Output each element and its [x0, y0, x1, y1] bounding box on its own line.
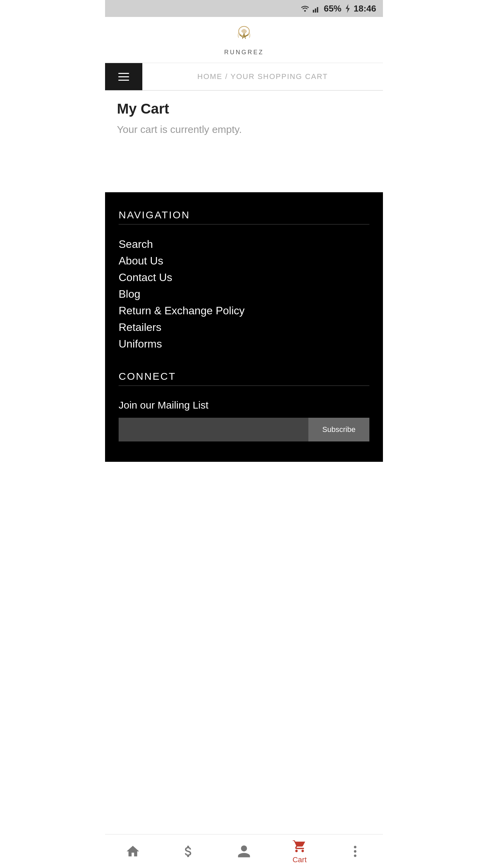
list-item[interactable]: Return & Exchange Policy	[119, 304, 369, 317]
svg-marker-5	[346, 4, 350, 13]
nav-links-list: Search About Us Contact Us Blog Return &…	[119, 238, 369, 350]
connect-divider	[119, 386, 369, 386]
list-item[interactable]: Search	[119, 238, 369, 251]
nav-link-policy[interactable]: Return & Exchange Policy	[119, 304, 245, 317]
time-text: 18:46	[354, 3, 377, 14]
svg-rect-3	[317, 7, 318, 13]
battery-text: 65%	[324, 3, 341, 14]
nav-link-blog[interactable]: Blog	[119, 288, 140, 300]
nav-bar: HOME / YOUR SHOPPING CART	[105, 63, 383, 91]
logo-image	[232, 24, 256, 47]
hamburger-button[interactable]	[105, 63, 142, 90]
nav-link-about[interactable]: About Us	[119, 255, 163, 267]
subscribe-button[interactable]: Subscribe	[308, 418, 369, 441]
hamburger-icon	[118, 73, 129, 81]
header: RUNGREZ	[105, 17, 383, 63]
status-icons: 65% 18:46	[300, 3, 376, 14]
svg-rect-4	[319, 6, 320, 13]
breadcrumb: HOME / YOUR SHOPPING CART	[142, 72, 383, 81]
list-item[interactable]: Retailers	[119, 321, 369, 334]
signal-icon	[313, 4, 321, 13]
status-bar: 65% 18:46	[105, 0, 383, 17]
svg-point-0	[304, 10, 306, 12]
nav-link-uniforms[interactable]: Uniforms	[119, 338, 162, 350]
nav-section-title: NAVIGATION	[119, 209, 369, 221]
cart-empty-message: Your cart is currently empty.	[117, 124, 371, 135]
svg-rect-1	[313, 10, 314, 13]
mailing-row: Subscribe	[119, 418, 369, 441]
wifi-icon	[300, 4, 310, 13]
nav-divider	[119, 224, 369, 224]
mailing-label: Join our Mailing List	[119, 399, 369, 411]
list-item[interactable]: Contact Us	[119, 271, 369, 284]
nav-link-contact[interactable]: Contact Us	[119, 271, 172, 283]
charging-icon	[344, 4, 351, 13]
connect-section: CONNECT Join our Mailing List Subscribe	[119, 371, 369, 441]
nav-link-retailers[interactable]: Retailers	[119, 321, 161, 333]
list-item[interactable]: Blog	[119, 288, 369, 300]
logo-text: RUNGREZ	[224, 49, 264, 56]
logo-container[interactable]: RUNGREZ	[224, 24, 264, 56]
cart-title: My Cart	[117, 101, 371, 117]
list-item[interactable]: About Us	[119, 255, 369, 267]
footer: NAVIGATION Search About Us Contact Us Bl…	[105, 192, 383, 462]
nav-section: NAVIGATION Search About Us Contact Us Bl…	[119, 209, 369, 350]
email-field[interactable]	[119, 418, 308, 441]
nav-link-search[interactable]: Search	[119, 238, 153, 250]
connect-section-title: CONNECT	[119, 371, 369, 382]
list-item[interactable]: Uniforms	[119, 338, 369, 350]
svg-rect-2	[315, 8, 316, 13]
cart-section: My Cart Your cart is currently empty.	[105, 91, 383, 192]
